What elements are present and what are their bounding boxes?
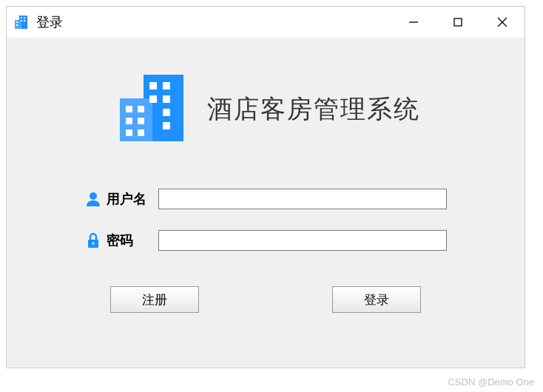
svg-point-26 (90, 192, 97, 200)
lock-icon (84, 232, 102, 249)
svg-rect-23 (138, 118, 144, 124)
svg-rect-3 (24, 17, 25, 18)
svg-rect-5 (24, 20, 25, 21)
svg-rect-22 (126, 118, 132, 124)
building-icon (111, 67, 192, 152)
password-row: 密码 (84, 230, 447, 251)
svg-rect-21 (138, 106, 144, 112)
window-controls (391, 7, 525, 38)
svg-rect-19 (163, 122, 170, 129)
svg-rect-20 (126, 106, 132, 112)
svg-point-28 (92, 243, 95, 245)
svg-rect-24 (126, 129, 132, 136)
svg-rect-4 (21, 20, 22, 21)
username-input[interactable] (158, 189, 447, 209)
svg-rect-1 (15, 20, 21, 29)
watermark: CSDN @Demo One (448, 376, 534, 388)
content-area: 酒店客房管理系统 用户名 密码 (7, 38, 525, 368)
svg-rect-18 (163, 109, 170, 116)
register-button[interactable]: 注册 (110, 286, 199, 313)
titlebar: 登录 (7, 7, 525, 38)
close-button[interactable] (480, 7, 525, 38)
svg-rect-15 (163, 82, 170, 89)
svg-rect-16 (149, 95, 157, 103)
button-row: 注册 登录 (110, 286, 421, 313)
svg-rect-14 (149, 82, 157, 89)
app-icon (13, 13, 30, 31)
svg-rect-17 (163, 95, 170, 103)
svg-rect-25 (138, 129, 144, 136)
svg-rect-13 (120, 98, 152, 141)
username-label: 用户名 (107, 190, 158, 208)
password-input[interactable] (158, 230, 447, 251)
login-window: 登录 (6, 6, 525, 368)
login-button[interactable]: 登录 (332, 286, 421, 313)
window-title: 登录 (36, 13, 63, 31)
password-label: 密码 (107, 232, 158, 249)
maximize-button[interactable] (436, 7, 480, 38)
svg-rect-7 (16, 24, 18, 26)
user-icon (84, 190, 102, 208)
app-title: 酒店客房管理系统 (207, 92, 420, 126)
svg-rect-2 (21, 17, 22, 18)
minimize-button[interactable] (391, 7, 436, 38)
svg-rect-9 (454, 18, 462, 26)
username-row: 用户名 (84, 189, 447, 209)
svg-rect-6 (16, 21, 18, 23)
logo-section: 酒店客房管理系统 (111, 67, 420, 152)
